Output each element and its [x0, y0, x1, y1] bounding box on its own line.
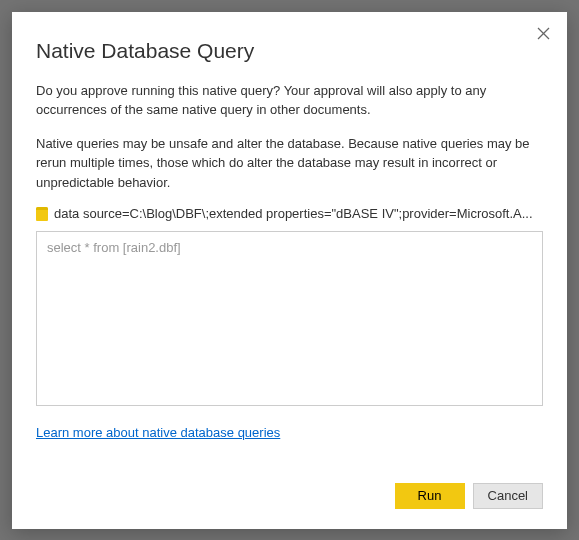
query-textbox[interactable]: [36, 231, 543, 406]
close-button[interactable]: [533, 24, 553, 44]
data-source-text: data source=C:\Blog\DBF\;extended proper…: [54, 206, 533, 221]
cancel-button[interactable]: Cancel: [473, 483, 543, 509]
data-source-row: data source=C:\Blog\DBF\;extended proper…: [36, 206, 543, 221]
native-query-dialog: Native Database Query Do you approve run…: [12, 12, 567, 529]
database-icon: [36, 207, 48, 221]
run-button[interactable]: Run: [395, 483, 465, 509]
learn-more-link[interactable]: Learn more about native database queries: [36, 425, 280, 440]
safety-description: Native queries may be unsafe and alter t…: [36, 134, 543, 193]
dialog-button-row: Run Cancel: [395, 483, 543, 509]
close-icon: [537, 27, 550, 40]
approval-description: Do you approve running this native query…: [36, 81, 543, 120]
dialog-title: Native Database Query: [36, 39, 543, 63]
